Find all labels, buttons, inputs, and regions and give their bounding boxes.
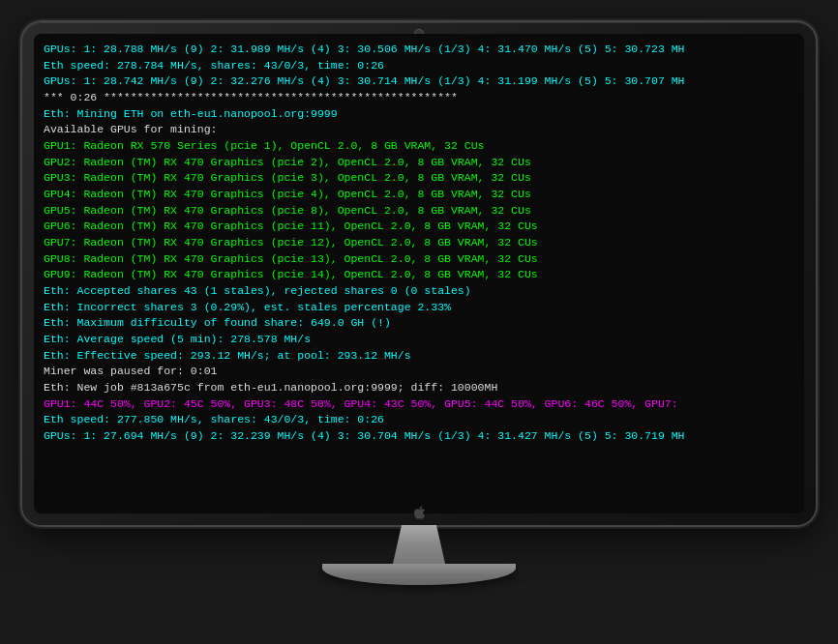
terminal-line: GPU2: Radeon (TM) RX 470 Graphics (pcie …: [44, 155, 794, 171]
terminal-line: Eth: New job #813a675c from eth-eu1.nano…: [44, 380, 794, 396]
terminal-line: GPUs: 1: 28.788 MH/s (9) 2: 31.989 MH/s …: [44, 42, 794, 58]
terminal-line: *** 0:26 *******************************…: [44, 90, 794, 106]
stand-neck: [390, 525, 448, 564]
terminal-line: Eth speed: 278.784 MH/s, shares: 43/0/3,…: [44, 58, 794, 74]
terminal-line: Eth: Average speed (5 min): 278.578 MH/s: [44, 332, 794, 348]
monitor-bezel: GPUs: 1: 28.788 MH/s (9) 2: 31.989 MH/s …: [22, 22, 816, 525]
terminal-line: Eth speed: 277.850 MH/s, shares: 43/0/3,…: [44, 412, 794, 428]
terminal: GPUs: 1: 28.788 MH/s (9) 2: 31.989 MH/s …: [34, 34, 804, 513]
terminal-line: GPU3: Radeon (TM) RX 470 Graphics (pcie …: [44, 170, 794, 187]
terminal-line: Miner was paused for: 0:01: [44, 364, 794, 380]
terminal-line: Eth: Accepted shares 43 (1 stales), reje…: [44, 283, 794, 300]
terminal-line: Eth: Maximum difficulty of found share: …: [44, 315, 794, 332]
stand-base: [322, 564, 516, 585]
terminal-line: GPUs: 1: 28.742 MH/s (9) 2: 32.276 MH/s …: [44, 73, 794, 90]
terminal-line: GPUs: 1: 27.694 MH/s (9) 2: 32.239 MH/s …: [44, 428, 794, 445]
terminal-line: GPU8: Radeon (TM) RX 470 Graphics (pcie …: [44, 251, 794, 268]
terminal-line: Available GPUs for mining:: [44, 122, 794, 138]
terminal-line: GPU5: Radeon (TM) RX 470 Graphics (pcie …: [44, 203, 794, 220]
terminal-line: Eth: Effective speed: 293.12 MH/s; at po…: [44, 348, 794, 365]
monitor-wrapper: GPUs: 1: 28.788 MH/s (9) 2: 31.989 MH/s …: [22, 22, 816, 622]
terminal-line: GPU7: Radeon (TM) RX 470 Graphics (pcie …: [44, 235, 794, 251]
terminal-line: GPU9: Radeon (TM) RX 470 Graphics (pcie …: [44, 267, 794, 283]
terminal-line: GPU6: Radeon (TM) RX 470 Graphics (pcie …: [44, 219, 794, 235]
terminal-line: GPU1: 44C 50%, GPU2: 45C 50%, GPU3: 48C …: [44, 396, 794, 413]
terminal-line: GPU4: Radeon (TM) RX 470 Graphics (pcie …: [44, 187, 794, 203]
terminal-line: Eth: Mining ETH on eth-eu1.nanopool.org:…: [44, 106, 794, 123]
screen: GPUs: 1: 28.788 MH/s (9) 2: 31.989 MH/s …: [34, 34, 804, 513]
terminal-line: GPU1: Radeon RX 570 Series (pcie 1), Ope…: [44, 138, 794, 155]
terminal-line: Eth: Incorrect shares 3 (0.29%), est. st…: [44, 300, 794, 316]
